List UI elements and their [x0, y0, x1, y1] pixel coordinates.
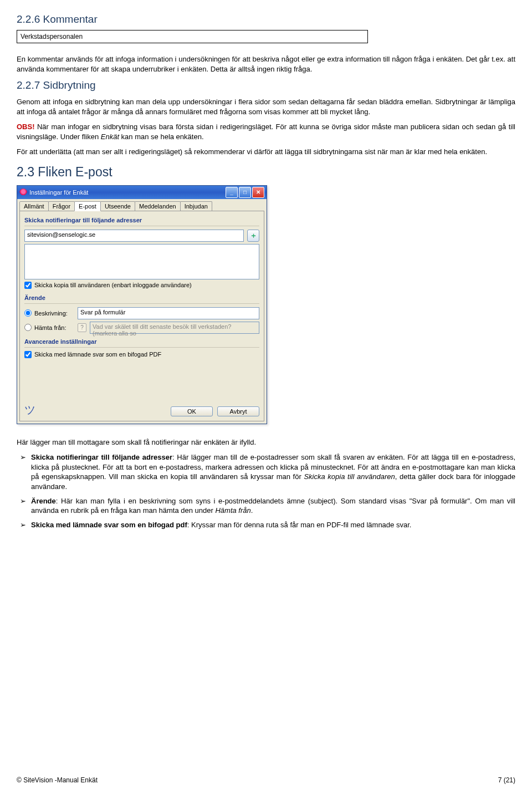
bullet-lead: Ärende — [31, 497, 56, 505]
email-listbox[interactable] — [24, 244, 259, 279]
page-footer: © SiteVision -Manual Enkät 7 (21) — [17, 776, 515, 784]
footer-left: © SiteVision -Manual Enkät — [17, 776, 98, 784]
pdf-checkbox-input[interactable] — [24, 351, 32, 358]
tab-utseende[interactable]: Utseende — [100, 201, 135, 211]
dialog-titlebar[interactable]: Inställningar för Enkät _ □ ✕ — [17, 186, 267, 199]
page: 2.2.6 Kommentar Verkstadspersonalen En k… — [0, 0, 532, 794]
maximize-button[interactable]: □ — [239, 187, 251, 198]
obs-text2: kan man se hela enkäten. — [119, 133, 204, 141]
bullet-text: : Kryssar man för denna ruta så får man … — [187, 521, 412, 529]
radio-hamta[interactable]: Hämta från: — [24, 324, 74, 331]
copy-user-checkbox-label: Skicka kopia till användaren (enbart inl… — [34, 282, 192, 288]
settings-dialog: Inställningar för Enkät _ □ ✕ Allmänt Fr… — [17, 185, 267, 424]
bullet-notifieringar: Skicka notifieringar till följande adres… — [17, 452, 515, 491]
heading-2-3: 2.3 Fliken E-post — [17, 165, 515, 180]
add-button[interactable]: ＋ — [247, 230, 259, 242]
tab-meddelanden[interactable]: Meddelanden — [135, 201, 181, 211]
dialog-tabs: Allmänt Frågor E-post Utseende Meddeland… — [17, 199, 267, 211]
bullet-italic: Skicka kopia till användaren — [304, 472, 395, 481]
bullet-italic: Hämta från — [215, 506, 250, 515]
divider — [24, 303, 259, 304]
kommentar-input[interactable]: Verkstadspersonalen — [17, 30, 368, 43]
beskrivning-input[interactable]: Svar på formulär — [78, 307, 259, 319]
bullet-pdf: Skicka med lämnade svar som en bifogad p… — [17, 520, 515, 530]
copy-user-checkbox-input[interactable] — [24, 282, 32, 289]
obs-italic: Enkät — [101, 133, 119, 141]
group-notifieringar-title: Skicka notifieringar till följande adres… — [24, 217, 259, 223]
cancel-button[interactable]: Avbryt — [217, 406, 259, 416]
tab-inbjudan[interactable]: Inbjudan — [180, 201, 212, 211]
plus-icon: ＋ — [250, 231, 257, 241]
bullet-lead: Skicka notifieringar till följande adres… — [31, 453, 172, 461]
question-icon: ? — [78, 323, 86, 332]
minimize-button[interactable]: _ — [226, 187, 238, 198]
radio-beskrivning-label: Beskrivning: — [34, 310, 68, 317]
java-icon — [19, 189, 27, 196]
pdf-checkbox-label: Skicka med lämnade svar som en bifogad P… — [34, 351, 161, 358]
bullet-text2: . — [251, 506, 253, 515]
radio-beskrivning-input[interactable] — [24, 309, 32, 317]
tab-panel-epost: Skicka notifieringar till följande adres… — [19, 211, 264, 421]
ok-button[interactable]: OK — [171, 406, 213, 416]
dialog-footer: ツ OK Avbryt — [24, 405, 259, 418]
bullet-text: : Här kan man fylla i en beskrivning som… — [31, 497, 515, 515]
bullet-lead: Skicka med lämnade svar som en bifogad p… — [31, 521, 187, 529]
close-button[interactable]: ✕ — [252, 187, 264, 198]
sitevision-logo-icon: ツ — [24, 405, 39, 418]
copy-user-checkbox[interactable]: Skicka kopia till användaren (enbart inl… — [24, 282, 192, 289]
heading-2-2-6: 2.2.6 Kommentar — [17, 13, 515, 26]
sidbrytning-p1: Genom att infoga en sidbrytning kan man … — [17, 97, 515, 116]
heading-2-2-7: 2.2.7 Sidbrytning — [17, 79, 515, 91]
kommentar-paragraph: En kommentar används för att infoga info… — [17, 54, 515, 74]
dialog-title: Inställningar för Enkät — [29, 189, 88, 196]
obs-label: OBS! — [17, 123, 35, 131]
tab-allmant[interactable]: Allmänt — [19, 201, 49, 211]
epost-intro: Här lägger man till mottagare som skall … — [17, 437, 515, 447]
group-avancerade-title: Avancerade inställningar — [24, 338, 259, 345]
tab-fragor[interactable]: Frågor — [48, 201, 75, 211]
footer-right: 7 (21) — [498, 776, 515, 784]
pdf-checkbox[interactable]: Skicka med lämnade svar som en bifogad P… — [24, 351, 161, 358]
email-input[interactable]: sitevision@senselogic.se — [24, 230, 244, 242]
bullet-arende: Ärende: Här kan man fylla i en beskrivni… — [17, 496, 515, 516]
obs-text: När man infogar en sidbrytning visas bar… — [17, 123, 515, 141]
radio-hamta-label: Hämta från: — [34, 324, 66, 331]
epost-bullets: Skicka notifieringar till följande adres… — [17, 452, 515, 530]
divider — [24, 347, 259, 348]
tab-epost[interactable]: E-post — [74, 201, 101, 211]
radio-beskrivning[interactable]: Beskrivning: — [24, 309, 74, 317]
group-arende-title: Ärende — [24, 294, 259, 301]
sidbrytning-p2: För att underlätta (att man ser allt i r… — [17, 147, 515, 157]
hamta-input: Vad var skälet till ditt senaste besök t… — [90, 322, 259, 334]
sidbrytning-obs: OBS! När man infogar en sidbrytning visa… — [17, 122, 515, 141]
radio-hamta-input[interactable] — [24, 324, 32, 331]
divider — [24, 226, 259, 226]
